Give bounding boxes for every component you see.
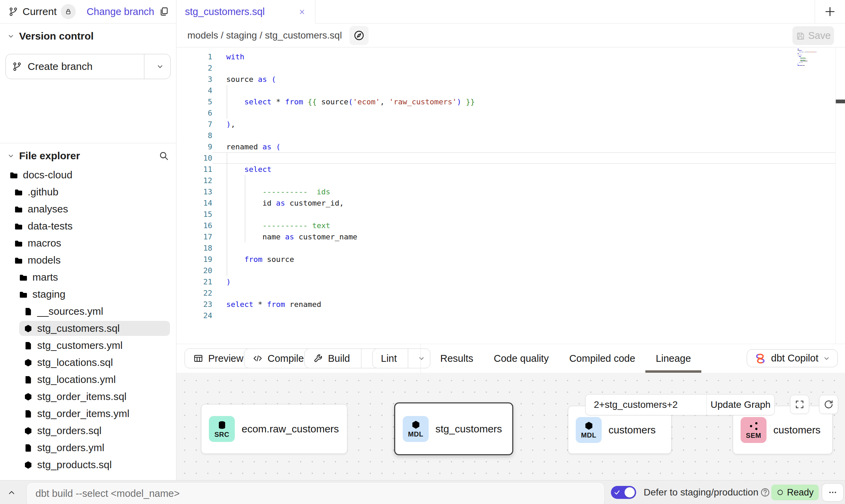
- code-line-9[interactable]: renamed as (: [226, 141, 475, 152]
- file-tree-item-marts[interactable]: marts: [0, 269, 176, 286]
- code-line-5[interactable]: select * from {{ source('ecom', 'raw_cus…: [226, 96, 475, 107]
- code-line-2[interactable]: [226, 62, 475, 74]
- file-tree-item-staging[interactable]: staging: [0, 286, 176, 303]
- file-tree-item-stg-orders-yml[interactable]: stg_orders.yml: [0, 439, 176, 456]
- file-tree-item-stg-products-sql[interactable]: stg_products.sql: [0, 456, 176, 473]
- line-number-14[interactable]: 14: [176, 197, 212, 209]
- code-line-11[interactable]: select: [226, 164, 475, 175]
- collapse-command-bar-button[interactable]: [4, 485, 19, 500]
- file-tree-item-stg-order-items-sql[interactable]: stg_order_items.sql: [0, 388, 176, 405]
- line-number-5[interactable]: 5: [176, 96, 212, 107]
- code-line-1[interactable]: with: [226, 51, 475, 62]
- change-branch-link[interactable]: Change branch: [87, 6, 154, 17]
- create-branch-button[interactable]: Create branch: [5, 54, 171, 79]
- tab-results[interactable]: Results: [430, 344, 484, 373]
- code-line-7[interactable]: ),: [226, 119, 475, 130]
- line-number-7[interactable]: 7: [176, 119, 212, 130]
- code-line-22[interactable]: [226, 287, 475, 299]
- code-line-6[interactable]: [226, 107, 475, 119]
- lint-menu-button[interactable]: [413, 349, 430, 368]
- code-line-14[interactable]: id as customer_id,: [226, 197, 475, 209]
- line-number-8[interactable]: 8: [176, 130, 212, 141]
- fullscreen-button[interactable]: [790, 395, 809, 414]
- line-number-9[interactable]: 9: [176, 141, 212, 152]
- tab-stg-customers-sql[interactable]: stg_customers.sql: [176, 0, 315, 24]
- code-line-19[interactable]: from source: [226, 254, 475, 265]
- refresh-graph-button[interactable]: [819, 395, 838, 414]
- file-tree-item-macros[interactable]: macros: [0, 235, 176, 252]
- build-button[interactable]: Build: [304, 349, 384, 368]
- code-line-16[interactable]: ---------- text: [226, 220, 475, 231]
- code-editor[interactable]: 123456789101112131415161718192021222324 …: [176, 47, 845, 344]
- line-number-19[interactable]: 19: [176, 254, 212, 265]
- code-line-20[interactable]: [226, 265, 475, 276]
- line-number-15[interactable]: 15: [176, 209, 212, 220]
- code-line-17[interactable]: name as customer_name: [226, 231, 475, 242]
- line-number-2[interactable]: 2: [176, 62, 212, 74]
- compile-button[interactable]: Compile: [244, 349, 312, 368]
- minimap[interactable]: [798, 48, 833, 89]
- line-number-18[interactable]: 18: [176, 242, 212, 254]
- tab-lineage[interactable]: Lineage: [645, 344, 701, 373]
- lint-button[interactable]: Lint: [372, 349, 430, 368]
- line-number-13[interactable]: 13: [176, 186, 212, 197]
- code-line-15[interactable]: [226, 209, 475, 220]
- file-tree-item-stg-customers-yml[interactable]: stg_customers.yml: [0, 337, 176, 354]
- file-tree-item-docs-cloud[interactable]: docs-cloud: [0, 166, 176, 183]
- file-tree-item-stg-locations-yml[interactable]: stg_locations.yml: [0, 371, 176, 388]
- command-input[interactable]: [26, 482, 605, 504]
- file-explorer-section-header[interactable]: File explorer: [0, 149, 176, 163]
- lineage-selector-input[interactable]: [586, 395, 706, 415]
- line-number-1[interactable]: 1: [176, 51, 212, 62]
- line-numbers[interactable]: 123456789101112131415161718192021222324: [176, 51, 212, 321]
- line-number-24[interactable]: 24: [176, 310, 212, 321]
- dbt-copilot-button[interactable]: dbt Copilot: [747, 349, 838, 367]
- code-line-12[interactable]: [226, 175, 475, 186]
- status-badge[interactable]: Ready: [771, 485, 819, 500]
- line-number-11[interactable]: 11: [176, 164, 212, 175]
- new-tab-button[interactable]: [823, 5, 836, 18]
- code-line-13[interactable]: ---------- ids: [226, 186, 475, 197]
- code-line-8[interactable]: [226, 130, 475, 141]
- file-tree-item-models[interactable]: models: [0, 252, 176, 269]
- line-number-12[interactable]: 12: [176, 175, 212, 186]
- file-tree-item-stg-orders-sql[interactable]: stg_orders.sql: [0, 422, 176, 439]
- more-options-button[interactable]: [822, 483, 844, 502]
- copy-branch-button[interactable]: [158, 6, 169, 17]
- save-button[interactable]: Save: [792, 26, 834, 45]
- code-line-3[interactable]: source as (: [226, 74, 475, 85]
- code-line-10[interactable]: [226, 152, 475, 164]
- file-tree-item-stg-customers-sql[interactable]: stg_customers.sql: [0, 320, 176, 337]
- line-number-10[interactable]: 10: [176, 152, 212, 164]
- create-branch-menu-button[interactable]: [150, 54, 170, 79]
- lineage-node-src-ecom-raw-customers[interactable]: SRCecom.raw_customers: [201, 404, 347, 454]
- version-control-section-header[interactable]: Version control: [0, 29, 176, 43]
- code-line-18[interactable]: [226, 242, 475, 254]
- line-number-4[interactable]: 4: [176, 85, 212, 96]
- file-tree-item--github[interactable]: .github: [0, 183, 176, 201]
- code-line-24[interactable]: [226, 310, 475, 321]
- line-number-6[interactable]: 6: [176, 107, 212, 119]
- file-search-button[interactable]: [158, 150, 169, 161]
- line-number-3[interactable]: 3: [176, 74, 212, 85]
- file-tree-item-analyses[interactable]: analyses: [0, 201, 176, 218]
- line-number-20[interactable]: 20: [176, 265, 212, 276]
- lineage-node-mdl-stg-customers[interactable]: MDLstg_customers: [394, 402, 513, 455]
- file-tree-item-data-tests[interactable]: data-tests: [0, 218, 176, 235]
- line-number-23[interactable]: 23: [176, 299, 212, 310]
- line-number-22[interactable]: 22: [176, 287, 212, 299]
- tab-code-quality[interactable]: Code quality: [484, 344, 559, 373]
- file-tree-item-stg-locations-sql[interactable]: stg_locations.sql: [0, 354, 176, 371]
- file-tree-item--sources-yml[interactable]: __sources.yml: [0, 303, 176, 320]
- code-line-4[interactable]: [226, 85, 475, 96]
- preview-button[interactable]: Preview: [185, 349, 252, 368]
- tab-compiled-code[interactable]: Compiled code: [559, 344, 645, 373]
- line-number-21[interactable]: 21: [176, 276, 212, 287]
- defer-toggle[interactable]: [611, 486, 636, 499]
- scrollbar-marker[interactable]: [836, 100, 845, 103]
- line-number-16[interactable]: 16: [176, 220, 212, 231]
- file-tree-item-stg-order-items-yml[interactable]: stg_order_items.yml: [0, 405, 176, 422]
- update-graph-button[interactable]: Update Graph: [707, 395, 774, 415]
- line-number-17[interactable]: 17: [176, 231, 212, 242]
- code-line-23[interactable]: select * from renamed: [226, 299, 475, 310]
